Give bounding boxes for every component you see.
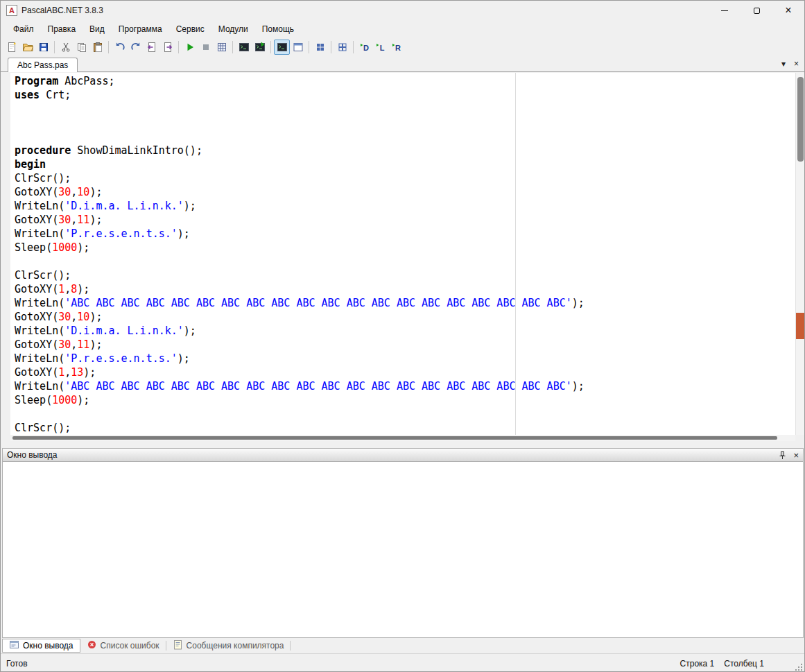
minimize-button[interactable]	[709, 1, 741, 20]
form-designer-button[interactable]	[290, 40, 306, 55]
code-line-20: GotoXY(30,11);	[15, 338, 795, 352]
form-designer-icon	[293, 42, 304, 53]
save-file-icon	[38, 42, 49, 53]
code-line-13: Sleep(1000);	[15, 241, 795, 255]
window-title: PascalABC.NET 3.8.3	[21, 6, 103, 15]
output-window-icon	[9, 639, 19, 652]
svg-text:R: R	[395, 44, 401, 52]
output-window-button[interactable]	[236, 40, 252, 55]
save-file-button[interactable]	[35, 40, 51, 55]
nav-forward-button[interactable]	[159, 40, 175, 55]
window-controls: ×	[709, 1, 804, 20]
menu-service[interactable]: Сервис	[169, 21, 211, 37]
maximize-icon	[754, 8, 760, 14]
pin-button[interactable]	[778, 451, 786, 460]
bottom-tab-compiler-messages[interactable]: Сообщения компилятора	[166, 639, 291, 653]
code-area: Program AbcPass;uses Crt; procedure Show…	[10, 73, 795, 435]
code-line-12: WriteLn('P.r.e.s.e.n.t.s.');	[15, 227, 795, 241]
watch-window-button[interactable]	[312, 40, 328, 55]
vertical-scrollbar[interactable]	[795, 73, 805, 435]
horizontal-scrollbar-thumb[interactable]	[12, 436, 777, 440]
open-file-icon	[22, 42, 33, 53]
module-d-button[interactable]: D	[356, 40, 372, 55]
menu-bar: ФайлПравкаВидПрограммаСервисМодулиПомощь	[1, 20, 804, 38]
close-button[interactable]: ×	[772, 1, 804, 20]
status-line: Строка 1	[680, 659, 715, 669]
open-file-button[interactable]	[19, 40, 35, 55]
code-line-4	[15, 116, 795, 130]
redo-button[interactable]	[128, 40, 144, 55]
status-text: Готов	[6, 659, 28, 669]
console-toggle-button[interactable]	[274, 40, 290, 55]
redo-icon	[130, 42, 141, 53]
paste-button[interactable]	[89, 40, 105, 55]
cut-button[interactable]	[58, 40, 73, 55]
run-console-icon	[254, 42, 266, 53]
code-line-8: ClrScr();	[15, 171, 795, 185]
menu-help[interactable]: Помощь	[255, 21, 301, 37]
module-l-button[interactable]: L	[372, 40, 388, 55]
code-line-25	[15, 407, 795, 421]
code-line-16: GotoXY(1,8);	[15, 282, 795, 296]
bottom-tab-separator	[290, 641, 291, 651]
copy-icon	[76, 42, 87, 53]
tab-list-dropdown-button[interactable]: ▾	[781, 59, 786, 69]
bottom-tab-output[interactable]: Окно вывода	[2, 639, 80, 653]
code-line-23: WriteLn('ABC ABC ABC ABC ABC ABC ABC ABC…	[15, 379, 795, 393]
code-editor[interactable]: Program AbcPass;uses Crt; procedure Show…	[10, 73, 795, 435]
toolbar-separator	[309, 41, 309, 53]
nav-back-icon	[146, 42, 157, 53]
bottom-tab-bar: Окно выводаСписок ошибокСообщения компил…	[1, 638, 804, 653]
code-line-1: Program AbcPass;	[15, 74, 795, 88]
bottom-tab-label: Список ошибок	[101, 641, 159, 651]
menu-file[interactable]: Файл	[6, 21, 41, 37]
code-line-21: WriteLn('P.r.e.s.e.n.t.s.');	[15, 352, 795, 365]
output-panel-title: Окно вывода	[7, 450, 771, 460]
tab-label: Abc Pass.pas	[17, 60, 68, 70]
new-file-icon	[6, 42, 17, 53]
module-r-icon: R	[391, 42, 402, 53]
toolbar-separator	[54, 41, 55, 53]
resize-grip[interactable]	[794, 662, 802, 671]
nav-back-button[interactable]	[144, 40, 159, 55]
menu-program[interactable]: Программа	[112, 21, 169, 37]
horizontal-scrollbar[interactable]	[10, 435, 795, 441]
code-line-2: uses Crt;	[15, 88, 795, 102]
menu-modules[interactable]: Модули	[211, 21, 255, 37]
tab-abc-pass[interactable]: Abc Pass.pas	[8, 58, 78, 72]
title-bar: A PascalABC.NET 3.8.3 ×	[1, 1, 804, 20]
bottom-tab-label: Сообщения компилятора	[187, 641, 284, 651]
bottom-tab-error-list[interactable]: Список ошибок	[80, 639, 166, 653]
scrollbar-marker	[796, 313, 805, 339]
code-line-17: WriteLn('ABC ABC ABC ABC ABC ABC ABC ABC…	[15, 296, 795, 310]
code-line-11: GotoXY(30,11);	[15, 213, 795, 227]
expression-pad-button[interactable]	[214, 40, 230, 55]
status-column: Столбец 1	[724, 659, 764, 669]
code-line-22: GotoXY(1,13);	[15, 365, 795, 379]
close-output-button[interactable]: ×	[793, 450, 799, 460]
run-console-button[interactable]	[252, 40, 268, 55]
menu-edit[interactable]: Правка	[41, 21, 83, 37]
app-icon: A	[6, 5, 17, 16]
maximize-button[interactable]	[741, 1, 772, 20]
undo-button[interactable]	[112, 40, 128, 55]
nav-forward-icon	[162, 42, 173, 53]
copy-button[interactable]	[73, 40, 89, 55]
close-tab-button[interactable]: ×	[794, 59, 799, 69]
module-l-icon: L	[375, 42, 386, 53]
undo-icon	[114, 42, 125, 53]
app-window: { "window": { "title": "PascalABC.NET 3.…	[0, 0, 805, 672]
menu-view[interactable]: Вид	[83, 21, 112, 37]
vertical-scrollbar-thumb[interactable]	[797, 77, 804, 162]
templates-window-button[interactable]	[334, 40, 350, 55]
code-line-18: GotoXY(30,10);	[15, 310, 795, 324]
toolbar: DLR	[1, 38, 804, 56]
run-button[interactable]	[182, 40, 198, 55]
minimize-icon	[721, 10, 728, 11]
toolbar-separator	[232, 41, 233, 53]
stop-button[interactable]	[198, 40, 214, 55]
module-r-button[interactable]: R	[388, 40, 404, 55]
new-file-button[interactable]	[3, 40, 19, 55]
output-window-icon	[239, 42, 250, 53]
status-bar: Готов Строка 1 Столбец 1	[1, 653, 804, 672]
